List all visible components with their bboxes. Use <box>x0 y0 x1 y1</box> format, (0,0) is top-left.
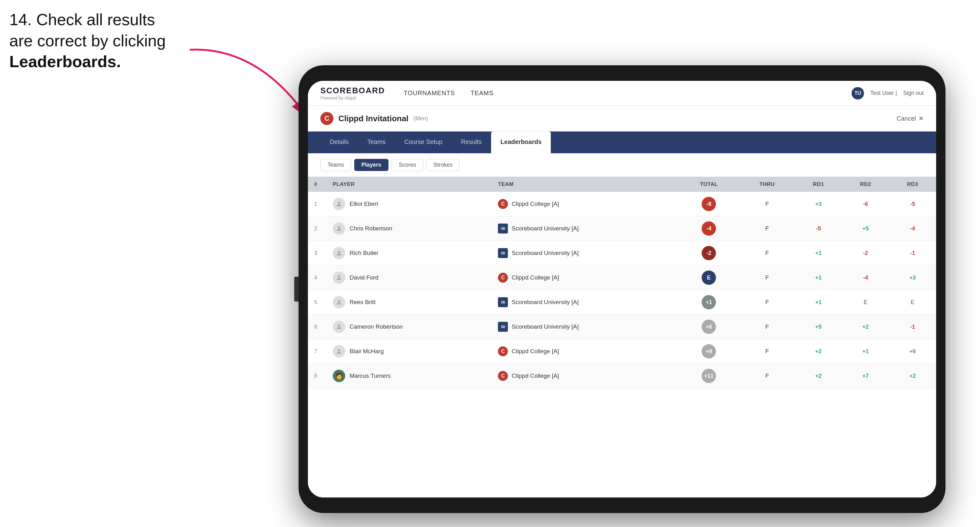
cell-team: SB Scoreboard University [A] <box>492 216 678 241</box>
tournament-name: Clippd Invitational <box>338 114 408 124</box>
tab-leaderboards[interactable]: Leaderboards <box>491 132 551 153</box>
cell-rd2: +2 <box>842 315 889 339</box>
player-avatar <box>333 296 345 308</box>
table-row: 5 Rees Britt SB Scoreboard University [A… <box>308 290 936 315</box>
cell-player: Chris Robertson <box>326 216 492 241</box>
svg-point-1 <box>338 202 340 204</box>
team-logo-clippd: C <box>498 273 508 283</box>
cell-rd2: -6 <box>842 192 889 216</box>
cell-rd1: +1 <box>795 265 842 290</box>
tab-details[interactable]: Details <box>320 132 358 153</box>
cell-rd1: +5 <box>795 315 842 339</box>
filter-teams[interactable]: Teams <box>320 159 351 171</box>
logo-sub: Powered by clippd <box>320 95 385 100</box>
filter-scores[interactable]: Scores <box>391 159 423 171</box>
player-avatar <box>333 321 345 333</box>
cell-rd1: +2 <box>795 364 842 388</box>
svg-point-7 <box>338 349 340 351</box>
filter-players[interactable]: Players <box>354 159 388 171</box>
cell-total: +11 <box>678 364 739 388</box>
cell-rd3: +3 <box>889 265 936 290</box>
cell-player: David Ford <box>326 265 492 290</box>
cell-rd3: -1 <box>889 241 936 265</box>
player-avatar <box>333 222 345 235</box>
cell-thru: F <box>739 339 795 364</box>
tournament-title: C Clippd Invitational (Men) <box>320 112 428 125</box>
filter-strokes[interactable]: Strokes <box>426 159 460 171</box>
table-row: 6 Cameron Robertson SB Scoreboard Univer… <box>308 315 936 339</box>
team-logo-sb: SB <box>498 297 508 307</box>
cell-rank: 2 <box>308 216 326 241</box>
cell-total: +9 <box>678 339 739 364</box>
cell-rd2: E <box>842 290 889 315</box>
cell-rank: 7 <box>308 339 326 364</box>
col-player: PLAYER <box>326 177 492 192</box>
tab-results[interactable]: Results <box>452 132 491 153</box>
nav-links: TOURNAMENTS TEAMS <box>404 88 851 98</box>
tab-teams[interactable]: Teams <box>358 132 395 153</box>
cell-total: -8 <box>678 192 739 216</box>
table-row: 3 Rich Butler SB Scoreboard University [… <box>308 241 936 265</box>
team-logo-sb: SB <box>498 224 508 233</box>
col-rd2: RD2 <box>842 177 889 192</box>
cell-total: +6 <box>678 315 739 339</box>
svg-point-2 <box>338 226 340 229</box>
col-rd3: RD3 <box>889 177 936 192</box>
cell-rd2: +1 <box>842 339 889 364</box>
cell-team: SB Scoreboard University [A] <box>492 290 678 315</box>
leaderboards-emphasis: Leaderboards. <box>10 52 121 71</box>
cell-team: C Clippd College [A] <box>492 339 678 364</box>
svg-point-3 <box>338 251 340 253</box>
cell-player: Elliot Ebert <box>326 192 492 216</box>
team-logo-clippd: C <box>498 346 508 356</box>
tablet-side-button <box>294 277 299 302</box>
table-row: 4 David Ford C Clippd College [A] E F +1… <box>308 265 936 290</box>
cell-team: SB Scoreboard University [A] <box>492 315 678 339</box>
tab-bar: Details Teams Course Setup Results Leade… <box>308 132 936 153</box>
cell-rank: 8 <box>308 364 326 388</box>
cell-rd1: +2 <box>795 339 842 364</box>
team-logo-sb: SB <box>498 322 508 332</box>
cell-thru: F <box>739 364 795 388</box>
cell-rank: 5 <box>308 290 326 315</box>
user-avatar: TU <box>851 87 864 100</box>
cell-total: E <box>678 265 739 290</box>
cell-rd1: +3 <box>795 192 842 216</box>
tournament-logo: C <box>320 112 333 125</box>
gender-badge: (Men) <box>413 115 428 122</box>
nav-tournaments[interactable]: TOURNAMENTS <box>404 88 455 98</box>
logo-text: SCOREBOARD <box>320 86 385 95</box>
cell-rank: 1 <box>308 192 326 216</box>
cell-rd3: +2 <box>889 364 936 388</box>
tab-course-setup[interactable]: Course Setup <box>395 132 452 153</box>
player-avatar <box>333 198 345 210</box>
svg-point-5 <box>338 300 340 302</box>
table-row: 8 🧑 Marcus Turners C Clippd College [A] … <box>308 364 936 388</box>
cell-player: Cameron Robertson <box>326 315 492 339</box>
table-row: 7 Blair McHarg C Clippd College [A] +9 F… <box>308 339 936 364</box>
cell-rd3: E <box>889 290 936 315</box>
cell-rd1: -5 <box>795 216 842 241</box>
cell-rd3: +6 <box>889 339 936 364</box>
svg-point-4 <box>338 275 340 278</box>
cell-rd1: +1 <box>795 290 842 315</box>
cancel-button[interactable]: Cancel ✕ <box>897 115 924 122</box>
logo-area: SCOREBOARD Powered by clippd <box>320 86 385 100</box>
cell-rd2: -4 <box>842 265 889 290</box>
cell-team: SB Scoreboard University [A] <box>492 241 678 265</box>
cell-rank: 6 <box>308 315 326 339</box>
nav-teams[interactable]: TEAMS <box>471 88 493 98</box>
sign-out-link[interactable]: Sign out <box>903 90 924 96</box>
cell-thru: F <box>739 216 795 241</box>
col-rd1: RD1 <box>795 177 842 192</box>
team-logo-clippd: C <box>498 371 508 381</box>
results-table: # PLAYER TEAM TOTAL THRU RD1 RD2 RD3 1 <box>308 177 936 388</box>
cell-rd2: +7 <box>842 364 889 388</box>
nav-right: TU Test User | Sign out <box>851 87 924 100</box>
filter-bar: Teams Players Scores Strokes <box>308 153 936 177</box>
cell-thru: F <box>739 241 795 265</box>
cell-total: -2 <box>678 241 739 265</box>
svg-point-6 <box>338 325 340 327</box>
cell-total: -4 <box>678 216 739 241</box>
tablet-screen: SCOREBOARD Powered by clippd TOURNAMENTS… <box>308 81 936 497</box>
